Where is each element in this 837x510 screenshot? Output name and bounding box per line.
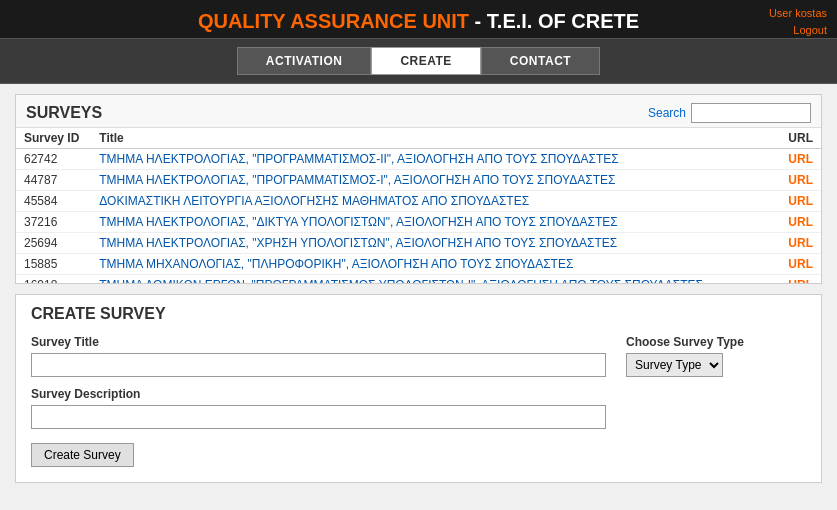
cell-url[interactable]: URL [778, 254, 821, 275]
cell-url[interactable]: URL [778, 149, 821, 170]
table-row: 16918ΤΜΗΜΑ ΔΟΜΙΚΩΝ ΕΡΓΩΝ, "ΠΡΟΓΡΑΜΜΑΤΙΣΜ… [16, 275, 821, 284]
cell-survey-id: 37216 [16, 212, 91, 233]
survey-title-input[interactable] [31, 353, 606, 377]
cell-url[interactable]: URL [778, 212, 821, 233]
nav-create[interactable]: CREATE [371, 47, 480, 75]
cell-survey-id: 45584 [16, 191, 91, 212]
search-area: Search [648, 103, 811, 123]
main-content: SURVEYS Search Survey ID Title URL 62742… [0, 84, 837, 510]
cell-title[interactable]: ΤΜΗΜΑ ΗΛΕΚΤΡΟΛΟΓΙΑΣ, "ΧΡΗΣΗ ΥΠΟΛΟΓΙΣΤΩΝ"… [91, 233, 778, 254]
cell-url[interactable]: URL [778, 233, 821, 254]
surveys-table-wrapper[interactable]: Survey ID Title URL 62742ΤΜΗΜΑ ΗΛΕΚΤΡΟΛΟ… [16, 128, 821, 283]
cell-title[interactable]: ΤΜΗΜΑ ΗΛΕΚΤΡΟΛΟΓΙΑΣ, "ΠΡΟΓΡΑΜΜΑΤΙΣΜΟΣ-ΙΙ… [91, 149, 778, 170]
col-survey-id: Survey ID [16, 128, 91, 149]
create-survey-section: CREATE SURVEY Survey Title Survey Descri… [15, 294, 822, 483]
search-label: Search [648, 106, 686, 120]
header-title-orange: QUALITY ASSURANCE UNIT [198, 10, 469, 32]
surveys-tbody: 62742ΤΜΗΜΑ ΗΛΕΚΤΡΟΛΟΓΙΑΣ, "ΠΡΟΓΡΑΜΜΑΤΙΣΜ… [16, 149, 821, 284]
table-row: 37216ΤΜΗΜΑ ΗΛΕΚΤΡΟΛΟΓΙΑΣ, "ΔΙΚΤΥΑ ΥΠΟΛΟΓ… [16, 212, 821, 233]
col-title: Title [91, 128, 778, 149]
table-row: 25694ΤΜΗΜΑ ΗΛΕΚΤΡΟΛΟΓΙΑΣ, "ΧΡΗΣΗ ΥΠΟΛΟΓΙ… [16, 233, 821, 254]
cell-survey-id: 62742 [16, 149, 91, 170]
table-row: 44787ΤΜΗΜΑ ΗΛΕΚΤΡΟΛΟΓΙΑΣ, "ΠΡΟΓΡΑΜΜΑΤΙΣΜ… [16, 170, 821, 191]
surveys-table: Survey ID Title URL 62742ΤΜΗΜΑ ΗΛΕΚΤΡΟΛΟ… [16, 128, 821, 283]
form-left: Survey Title Survey Description Create S… [31, 335, 606, 467]
user-info: User kostas Logout [769, 5, 827, 38]
create-survey-button[interactable]: Create Survey [31, 443, 134, 467]
col-url: URL [778, 128, 821, 149]
nav-bar: ACTIVATION CREATE CONTACT [0, 38, 837, 84]
surveys-header: SURVEYS Search [16, 95, 821, 128]
cell-survey-id: 16918 [16, 275, 91, 284]
cell-title[interactable]: ΤΜΗΜΑ ΔΟΜΙΚΩΝ ΕΡΓΩΝ, "ΠΡΟΓΡΑΜΜΑΤΙΣΜΟΣ ΥΠ… [91, 275, 778, 284]
cell-title[interactable]: ΔΟΚΙΜΑΣΤΙΚΗ ΛΕΙΤΟΥΡΓΙΑ ΑΞΙΟΛΟΓΗΣΗΣ ΜΑΘΗΜ… [91, 191, 778, 212]
form-right: Choose Survey Type Survey TypeType AType… [626, 335, 806, 467]
choose-type-label: Choose Survey Type [626, 335, 806, 349]
table-row: 45584ΔΟΚΙΜΑΣΤΙΚΗ ΛΕΙΤΟΥΡΓΙΑ ΑΞΙΟΛΟΓΗΣΗΣ … [16, 191, 821, 212]
survey-description-label: Survey Description [31, 387, 606, 401]
create-form-area: Survey Title Survey Description Create S… [31, 335, 806, 467]
header: User kostas Logout QUALITY ASSURANCE UNI… [0, 0, 837, 38]
header-title: QUALITY ASSURANCE UNIT - T.E.I. OF CRETE [0, 10, 837, 33]
cell-title[interactable]: ΤΜΗΜΑ ΜΗΧΑΝΟΛΟΓΙΑΣ, "ΠΛΗΡΟΦΟΡΙΚΗ", ΑΞΙΟΛ… [91, 254, 778, 275]
header-title-white: - T.E.I. OF CRETE [469, 10, 639, 32]
nav-activation[interactable]: ACTIVATION [237, 47, 372, 75]
create-survey-title: CREATE SURVEY [31, 305, 806, 323]
survey-description-input[interactable] [31, 405, 606, 429]
cell-survey-id: 25694 [16, 233, 91, 254]
table-row: 15885ΤΜΗΜΑ ΜΗΧΑΝΟΛΟΓΙΑΣ, "ΠΛΗΡΟΦΟΡΙΚΗ", … [16, 254, 821, 275]
logout-link[interactable]: Logout [793, 24, 827, 36]
cell-title[interactable]: ΤΜΗΜΑ ΗΛΕΚΤΡΟΛΟΓΙΑΣ, "ΔΙΚΤΥΑ ΥΠΟΛΟΓΙΣΤΩΝ… [91, 212, 778, 233]
cell-title[interactable]: ΤΜΗΜΑ ΗΛΕΚΤΡΟΛΟΓΙΑΣ, "ΠΡΟΓΡΑΜΜΑΤΙΣΜΟΣ-Ι"… [91, 170, 778, 191]
user-label: User kostas [769, 7, 827, 19]
cell-survey-id: 44787 [16, 170, 91, 191]
nav-contact[interactable]: CONTACT [481, 47, 600, 75]
survey-title-label: Survey Title [31, 335, 606, 349]
survey-type-select[interactable]: Survey TypeType AType B [626, 353, 723, 377]
cell-survey-id: 15885 [16, 254, 91, 275]
cell-url[interactable]: URL [778, 275, 821, 284]
surveys-title: SURVEYS [26, 104, 102, 122]
search-input[interactable] [691, 103, 811, 123]
cell-url[interactable]: URL [778, 191, 821, 212]
cell-url[interactable]: URL [778, 170, 821, 191]
table-row: 62742ΤΜΗΜΑ ΗΛΕΚΤΡΟΛΟΓΙΑΣ, "ΠΡΟΓΡΑΜΜΑΤΙΣΜ… [16, 149, 821, 170]
surveys-section: SURVEYS Search Survey ID Title URL 62742… [15, 94, 822, 284]
table-header-row: Survey ID Title URL [16, 128, 821, 149]
